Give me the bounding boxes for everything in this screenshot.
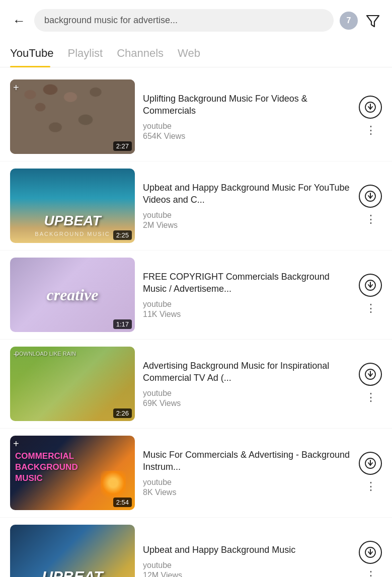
video-info: Upbeat and Happy Background Music youtub… [143, 544, 351, 577]
thumbnail[interactable]: creative 1:17 [10, 258, 135, 332]
thumbnail[interactable]: + DOWNLOAD LIKE RAIN 2:26 [10, 347, 135, 421]
video-title: Uplifting Background Music For Videos & … [143, 93, 351, 117]
thumbnail[interactable]: + Commercial Background Music 2:54 [10, 436, 135, 510]
tab-channels[interactable]: Channels [117, 40, 178, 67]
video-views: 69K Views [143, 399, 351, 408]
thumbnail[interactable]: UPBEAT BACKGROUND MUSIC 2:16 [10, 525, 135, 577]
video-source: youtube [143, 389, 351, 398]
back-button[interactable]: ← [10, 12, 28, 30]
filter-badge: 7 [340, 12, 358, 30]
search-bar[interactable]: background music for advertise... [34, 9, 334, 32]
thumbnail-text: Commercial Background Music [15, 451, 78, 484]
more-button[interactable]: ⋮ [363, 123, 378, 138]
video-actions: ⋮ [359, 541, 382, 577]
list-item: + DOWNLOAD LIKE RAIN 2:26 Advertising Ba… [0, 340, 392, 429]
duration-badge: 2:26 [113, 408, 132, 418]
download-icon [365, 369, 376, 380]
video-source: youtube [143, 561, 351, 570]
download-button[interactable] [359, 96, 382, 119]
filter-button[interactable] [364, 12, 382, 30]
video-actions: ⋮ [359, 274, 382, 316]
download-icon [365, 458, 376, 469]
download-icon [365, 547, 376, 558]
video-title: Music For Commercials & Advertising - Ba… [143, 449, 351, 473]
thumbnail[interactable]: UPBEAT BACKGROUND MUSIC 2:25 [10, 169, 135, 243]
download-button[interactable] [359, 185, 382, 208]
duration-badge: 2:27 [113, 141, 132, 151]
header: ← background music for advertise... 7 [0, 0, 392, 40]
video-source: youtube [143, 300, 351, 309]
svg-marker-0 [367, 16, 379, 27]
more-button[interactable]: ⋮ [363, 390, 378, 405]
list-item: + 2:27 Uplifting Background Music For Vi… [0, 72, 392, 161]
tabs-bar: YouTube Playlist Channels Web [0, 40, 392, 67]
video-title: Advertising Background Music for Inspira… [143, 360, 351, 384]
thumbnail-plus-icon: + [13, 83, 19, 93]
list-item: + Commercial Background Music 2:54 Music… [0, 429, 392, 518]
download-button[interactable] [359, 274, 382, 297]
thumbnail-text: creative [46, 286, 98, 304]
video-actions: ⋮ [359, 363, 382, 405]
video-views: 654K Views [143, 132, 351, 141]
download-button[interactable] [359, 363, 382, 386]
video-title: FREE COPYRIGHT Commercials Background Mu… [143, 271, 351, 295]
download-icon [365, 280, 376, 291]
video-info: Uplifting Background Music For Videos & … [143, 93, 351, 141]
video-source: youtube [143, 478, 351, 487]
filter-icon [366, 14, 380, 28]
thumb-banner: DOWNLOAD LIKE RAIN [15, 351, 130, 357]
video-info: Music For Commercials & Advertising - Ba… [143, 449, 351, 498]
video-views: 2M Views [143, 221, 351, 230]
tab-playlist[interactable]: Playlist [67, 40, 117, 67]
thumbnail-text: UPBEAT [16, 213, 128, 229]
search-text: background music for advertise... [44, 15, 178, 26]
download-icon [365, 102, 376, 113]
video-views: 12M Views [143, 571, 351, 577]
thumb-decoration [101, 471, 126, 501]
more-button[interactable]: ⋮ [363, 301, 378, 316]
thumbnail-plus-icon: + [13, 439, 19, 449]
video-list: + 2:27 Uplifting Background Music For Vi… [0, 72, 392, 577]
thumbnail-subtext: BACKGROUND MUSIC [35, 231, 110, 237]
duration-badge: 1:17 [113, 319, 132, 329]
download-button[interactable] [359, 541, 382, 564]
video-info: Advertising Background Music for Inspira… [143, 360, 351, 408]
back-icon: ← [13, 14, 26, 27]
list-item: creative 1:17 FREE COPYRIGHT Commercials… [0, 251, 392, 340]
video-source: youtube [143, 122, 351, 131]
tab-web[interactable]: Web [178, 40, 214, 67]
more-button[interactable]: ⋮ [363, 479, 378, 494]
list-item: UPBEAT BACKGROUND MUSIC 2:25 Upbeat and … [0, 161, 392, 251]
video-actions: ⋮ [359, 96, 382, 138]
more-button[interactable]: ⋮ [363, 212, 378, 227]
video-views: 11K Views [143, 310, 351, 319]
video-actions: ⋮ [359, 452, 382, 494]
video-title: Upbeat and Happy Background Music For Yo… [143, 182, 351, 206]
thumbnail[interactable]: + 2:27 [10, 79, 135, 154]
tab-youtube[interactable]: YouTube [10, 40, 67, 67]
video-actions: ⋮ [359, 185, 382, 227]
video-info: Upbeat and Happy Background Music For Yo… [143, 182, 351, 230]
download-icon [365, 191, 376, 202]
video-info: FREE COPYRIGHT Commercials Background Mu… [143, 271, 351, 319]
thumbnail-text: UPBEAT [16, 568, 128, 577]
duration-badge: 2:25 [113, 230, 132, 240]
video-source: youtube [143, 211, 351, 220]
download-button[interactable] [359, 452, 382, 475]
duration-badge: 2:54 [113, 498, 132, 507]
list-item: UPBEAT BACKGROUND MUSIC 2:16 Upbeat and … [0, 518, 392, 577]
video-views: 8K Views [143, 488, 351, 497]
more-button[interactable]: ⋮ [363, 568, 378, 577]
video-title: Upbeat and Happy Background Music [143, 544, 351, 556]
